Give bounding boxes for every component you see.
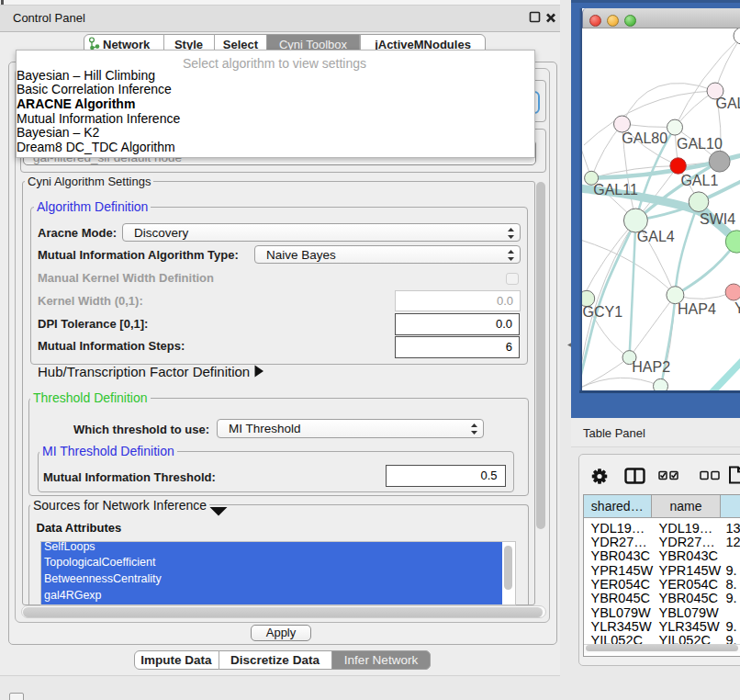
svg-text:GAL4: GAL4 [637,229,675,244]
svg-text:GAL11: GAL11 [593,182,638,198]
svg-text:GAL80: GAL80 [622,130,667,146]
svg-text:GAL10: GAL10 [677,136,723,152]
svg-text:GCY1: GCY1 [583,304,623,320]
svg-text:HAP4: HAP4 [678,301,716,317]
svg-text:HAP2: HAP2 [632,359,670,375]
svg-text:SWI4: SWI4 [700,211,735,227]
svg-text:YDR: YDR [734,300,740,316]
svg-text:GAL1: GAL1 [680,173,718,188]
svg-text:GAL7: GAL7 [716,96,740,111]
